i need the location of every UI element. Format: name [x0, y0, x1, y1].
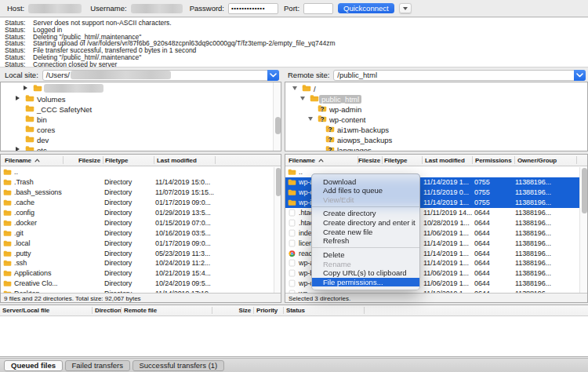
column-divider[interactable]: [121, 307, 122, 314]
tree-expanded-arrow-icon[interactable]: [292, 86, 297, 90]
menu-item-refresh[interactable]: Refresh: [312, 236, 419, 246]
file-row[interactable]: Creative Clo...Directory10/24/2019 09:5.…: [1, 279, 281, 289]
menu-item-create-directory[interactable]: Create directory: [312, 209, 419, 218]
column-divider[interactable]: [154, 156, 154, 164]
local-directory-tree: Volumes_CCC SafetyNetbincoresdevetc: [0, 82, 281, 151]
column-divider[interactable]: [103, 156, 103, 164]
remote-site-combo[interactable]: /public_html: [333, 70, 586, 81]
local-tree-item-volumes[interactable]: Volumes: [1, 93, 281, 104]
menu-item-create-directory-and-enter-it[interactable]: Create directory and enter it: [312, 218, 419, 228]
menu-item-delete[interactable]: Delete: [312, 250, 419, 260]
column-header-filesize[interactable]: Filesize: [64, 157, 100, 164]
remote-tree-item-ai1wm-backups[interactable]: ?ai1wm-backups: [285, 124, 587, 134]
column-header-filename[interactable]: Filename: [289, 157, 324, 164]
menu-item-add-files-to-queue[interactable]: Add files to queue: [312, 186, 419, 195]
remote-tree-item-public-html[interactable]: public_html: [285, 93, 587, 104]
menu-item-create-new-file[interactable]: Create new file: [312, 228, 419, 237]
quickconnect-button[interactable]: Quickconnect: [338, 3, 394, 13]
local-tree-item-cores[interactable]: cores: [1, 124, 281, 134]
remote-tree-item-aiowps-backups[interactable]: ?aiowps_backups: [285, 134, 587, 144]
file-row[interactable]: .configDirectory01/29/2019 13:5...: [1, 208, 281, 218]
tree-collapsed-arrow-icon[interactable]: [16, 147, 20, 151]
menu-item-copy-url-s-to-clipboard[interactable]: Copy URL(s) to clipboard: [312, 268, 419, 278]
column-divider[interactable]: [576, 156, 577, 164]
file-row[interactable]: .cacheDirectory01/17/2019 09:0...: [1, 198, 281, 208]
column-divider[interactable]: [514, 156, 515, 164]
local-tree-item-etc[interactable]: etc: [1, 144, 281, 151]
file-row[interactable]: .TrashDirectory11/14/2019 15:0...: [1, 177, 281, 188]
host-input-redacted[interactable]: [28, 4, 82, 13]
column-divider[interactable]: [92, 307, 93, 314]
remote-tree-item-wp-content[interactable]: ?wp-content: [285, 114, 587, 124]
file-row[interactable]: ..: [1, 167, 281, 177]
file-row[interactable]: .puttyDirectory05/23/2019 11:3...: [1, 249, 281, 259]
remote-list-scrollbar-thumb[interactable]: [582, 168, 587, 213]
column-divider[interactable]: [472, 156, 473, 164]
column-header-last-modified[interactable]: Last modified: [157, 157, 197, 164]
remote-tree-item-languages[interactable]: ?languages: [285, 144, 587, 151]
remote-tree-item-wp-admin[interactable]: ?wp-admin: [285, 104, 587, 114]
local-tree-scrollbar[interactable]: [273, 82, 281, 151]
tree-expanded-arrow-icon[interactable]: [300, 97, 305, 100]
column-divider[interactable]: [422, 156, 423, 164]
local-list-scrollbar[interactable]: [274, 167, 281, 293]
menu-item-rename[interactable]: Rename: [312, 260, 419, 269]
menu-item-download[interactable]: Download: [312, 177, 419, 187]
local-tree-scrollbar-thumb[interactable]: [275, 117, 281, 134]
file-row[interactable]: .dockerDirectory01/15/2019 07:0...: [1, 218, 281, 228]
queue-tab-successful-transfers-1[interactable]: Successful transfers (1): [132, 360, 225, 371]
file-icon: [288, 279, 296, 287]
queue-tab-failed-transfers[interactable]: Failed transfers: [65, 360, 130, 371]
column-header-filetype[interactable]: Filetype: [105, 157, 128, 164]
folder-icon: [3, 188, 12, 196]
local-tree-item--ccc-safetynet[interactable]: _CCC SafetyNet: [1, 104, 281, 114]
local-site-combo[interactable]: /Users/: [42, 70, 279, 81]
column-divider[interactable]: [63, 156, 64, 164]
column-divider[interactable]: [253, 307, 254, 314]
column-header-last-modified[interactable]: Last modified: [425, 157, 465, 164]
remote-list-scrollbar[interactable]: [579, 167, 587, 293]
password-input[interactable]: •••••••••••••: [228, 3, 278, 14]
column-header-direction[interactable]: Direction: [95, 307, 122, 314]
menu-item-file-permissions[interactable]: File permissions...: [312, 278, 419, 287]
local-tree-item-redacted[interactable]: [1, 83, 281, 93]
menu-item-view-edit[interactable]: View/Edit: [312, 195, 419, 205]
local-site-combo-button[interactable]: [267, 70, 279, 81]
file-row[interactable]: ApplicationsDirectory10/21/2019 15:4...: [1, 268, 281, 279]
column-header-filename[interactable]: Filename: [5, 157, 40, 164]
column-header-status[interactable]: Status: [286, 307, 305, 314]
column-header-remote-file[interactable]: Remote file: [124, 307, 157, 314]
file-row[interactable]: .localDirectory01/17/2019 09:0...: [1, 239, 281, 249]
column-divider[interactable]: [364, 307, 365, 314]
column-header-priority[interactable]: Priority: [256, 307, 278, 314]
column-header-owner-group[interactable]: Owner/Group: [517, 157, 557, 164]
username-input-redacted[interactable]: [131, 4, 183, 13]
quickconnect-dropdown-button[interactable]: [399, 3, 412, 13]
port-input[interactable]: [303, 3, 333, 14]
column-header-permissions[interactable]: Permissions: [475, 157, 511, 164]
file-row[interactable]: .sshDirectory10/24/2019 11:2...: [1, 258, 281, 268]
remote-tree-item--[interactable]: /: [285, 83, 587, 93]
column-divider[interactable]: [212, 307, 212, 314]
file-modified: 11/06/2019 1...: [423, 269, 469, 277]
file-row[interactable]: .gitDirectory10/16/2019 03:5...: [1, 228, 281, 239]
column-header-server-local-file[interactable]: Server/Local file: [2, 307, 49, 314]
tree-collapsed-arrow-icon[interactable]: [16, 96, 20, 100]
site-bars: Local site: /Users/ Remote site: /public…: [0, 67, 588, 82]
local-tree-item-dev[interactable]: dev: [1, 134, 281, 144]
file-permissions: 0644: [474, 279, 490, 287]
queue-tab-queued-files[interactable]: Queued files: [4, 360, 63, 371]
tree-item-icon-holder: ?: [325, 125, 335, 134]
remote-site-combo-button[interactable]: [574, 70, 586, 81]
column-divider[interactable]: [382, 156, 383, 164]
column-divider[interactable]: [283, 307, 284, 314]
file-row[interactable]: .bash_sessionsDirectory11/07/2019 15:15.…: [1, 188, 281, 198]
column-header-filesize[interactable]: Filesize: [358, 157, 379, 164]
tree-collapsed-arrow-icon[interactable]: [24, 86, 27, 90]
local-tree-item-bin[interactable]: bin: [1, 114, 281, 124]
column-divider[interactable]: [215, 156, 216, 164]
column-header-filetype[interactable]: Filetype: [384, 157, 407, 164]
local-list-scrollbar-thumb[interactable]: [276, 168, 281, 196]
column-header-size[interactable]: Size: [223, 307, 251, 314]
tree-expanded-arrow-icon[interactable]: [308, 117, 313, 121]
